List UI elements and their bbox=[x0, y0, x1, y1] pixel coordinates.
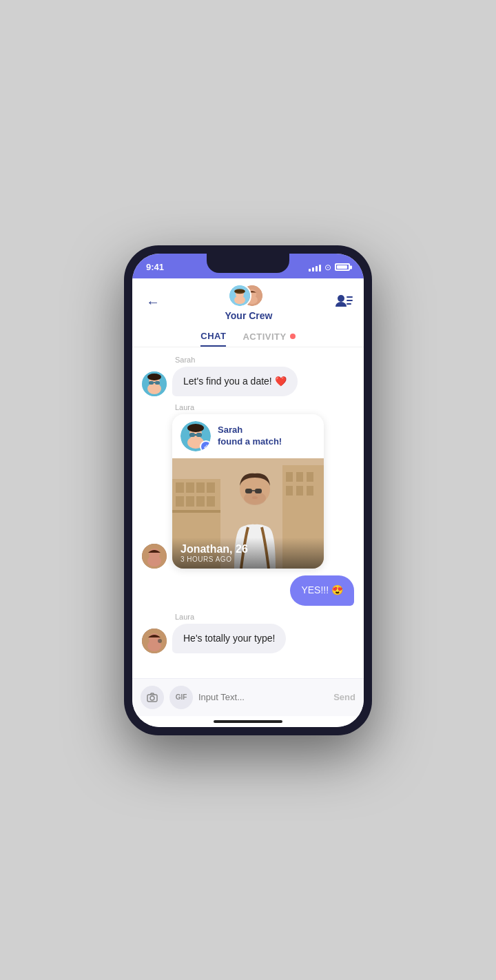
svg-rect-4 bbox=[235, 290, 245, 292]
phone-screen: 9:41 ⊙ ← bbox=[132, 254, 364, 727]
svg-rect-36 bbox=[186, 496, 194, 507]
match-info-overlay: Jonathan, 26 3 HOURS AGO bbox=[172, 538, 324, 569]
sender-name-laura-2: Laura bbox=[175, 613, 354, 621]
message-row-4: He's totally your type! bbox=[142, 624, 354, 654]
match-verified-icon: ✓ bbox=[200, 440, 211, 451]
sender-name-laura-1: Laura bbox=[175, 403, 354, 411]
tabs: CHAT ACTIVITY bbox=[143, 325, 353, 347]
signal-icon bbox=[309, 263, 321, 272]
battery-icon bbox=[335, 263, 350, 271]
crew-avatars bbox=[228, 284, 269, 309]
svg-rect-43 bbox=[307, 472, 313, 482]
bubble-sarah-1: Let's find you a date! ❤️ bbox=[172, 367, 298, 397]
svg-rect-49 bbox=[245, 489, 252, 493]
phone-frame: 9:41 ⊙ ← bbox=[124, 245, 372, 735]
svg-point-52 bbox=[252, 496, 258, 499]
activity-dot bbox=[290, 334, 296, 339]
laura-avatar-2 bbox=[142, 629, 167, 653]
svg-rect-50 bbox=[255, 489, 262, 493]
tab-activity[interactable]: ACTIVITY bbox=[242, 331, 295, 347]
gif-button[interactable]: GIF bbox=[169, 686, 193, 709]
match-card-header: ✓ Sarah found a match! bbox=[172, 414, 324, 458]
svg-rect-16 bbox=[149, 381, 154, 385]
camera-button[interactable] bbox=[141, 686, 164, 709]
home-indicator bbox=[132, 716, 364, 727]
svg-point-15 bbox=[147, 374, 161, 380]
svg-rect-42 bbox=[296, 472, 303, 482]
crew-avatar-1 bbox=[228, 284, 251, 307]
svg-point-8 bbox=[338, 295, 344, 302]
back-button[interactable]: ← bbox=[143, 292, 163, 313]
svg-rect-37 bbox=[196, 496, 205, 507]
message-group-3: YES!!! 😍 bbox=[142, 575, 354, 606]
svg-point-58 bbox=[150, 696, 154, 700]
text-input[interactable] bbox=[198, 692, 328, 702]
status-time: 9:41 bbox=[146, 262, 164, 272]
laura-avatar-1 bbox=[142, 544, 167, 569]
app-header: ← bbox=[132, 278, 364, 347]
contact-list-icon[interactable] bbox=[335, 293, 353, 312]
chat-area: Sarah Let's f bbox=[132, 347, 364, 678]
svg-rect-39 bbox=[172, 510, 220, 513]
match-card-avatar: ✓ bbox=[180, 421, 211, 451]
svg-rect-46 bbox=[307, 486, 313, 496]
sender-name-sarah: Sarah bbox=[175, 356, 354, 364]
message-group-4: Laura He's totally your type! bbox=[142, 613, 354, 654]
svg-rect-38 bbox=[207, 496, 215, 507]
header-top: ← bbox=[143, 284, 353, 321]
sarah-avatar bbox=[142, 371, 167, 396]
message-row-2: ✓ Sarah found a match! bbox=[142, 414, 354, 569]
svg-point-25 bbox=[187, 424, 204, 432]
svg-rect-33 bbox=[196, 482, 205, 493]
bubble-laura-2: He's totally your type! bbox=[172, 624, 286, 654]
svg-rect-27 bbox=[196, 433, 202, 437]
svg-rect-44 bbox=[286, 486, 293, 496]
svg-rect-26 bbox=[189, 433, 195, 437]
message-group-2: Laura bbox=[142, 403, 354, 569]
svg-rect-31 bbox=[176, 482, 184, 493]
svg-rect-32 bbox=[186, 482, 194, 493]
home-bar bbox=[214, 720, 282, 723]
message-row-1: Let's find you a date! ❤️ bbox=[142, 367, 354, 397]
svg-point-56 bbox=[158, 639, 162, 643]
match-text: Sarah found a match! bbox=[218, 425, 282, 448]
svg-rect-34 bbox=[207, 482, 215, 493]
match-time-ago: 3 HOURS AGO bbox=[180, 555, 316, 563]
svg-rect-35 bbox=[176, 496, 184, 507]
crew-info: Your Crew bbox=[225, 284, 273, 321]
svg-rect-41 bbox=[286, 472, 293, 482]
notch bbox=[207, 254, 289, 273]
status-icons: ⊙ bbox=[309, 263, 350, 272]
wifi-icon: ⊙ bbox=[324, 263, 331, 272]
match-photo: Jonathan, 26 3 HOURS AGO bbox=[172, 458, 324, 569]
crew-name: Your Crew bbox=[225, 310, 273, 321]
svg-rect-45 bbox=[296, 486, 303, 496]
match-person-name: Jonathan, 26 bbox=[180, 543, 316, 555]
bubble-sent-1: YES!!! 😍 bbox=[290, 575, 354, 606]
svg-rect-17 bbox=[155, 381, 160, 385]
send-button[interactable]: Send bbox=[333, 692, 355, 702]
message-group-1: Sarah Let's f bbox=[142, 356, 354, 397]
tab-chat[interactable]: CHAT bbox=[200, 331, 226, 347]
input-bar: GIF Send bbox=[132, 678, 364, 716]
message-row-sent: YES!!! 😍 bbox=[142, 575, 354, 606]
match-card: ✓ Sarah found a match! bbox=[172, 414, 324, 569]
